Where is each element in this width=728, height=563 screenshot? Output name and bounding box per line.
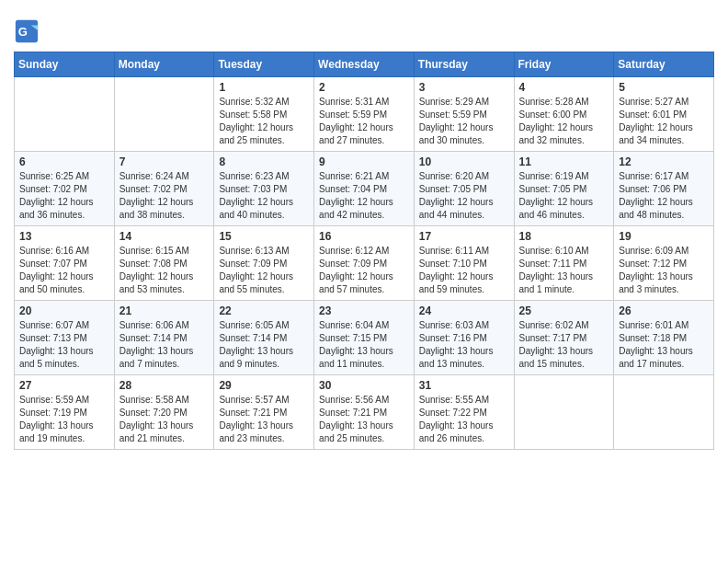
calendar-cell: 6Sunrise: 6:25 AMSunset: 7:02 PMDaylight… — [15, 152, 115, 226]
day-number: 5 — [619, 81, 709, 94]
day-number: 2 — [319, 81, 409, 94]
day-number: 22 — [219, 304, 309, 317]
calendar-cell: 25Sunrise: 6:02 AMSunset: 7:17 PMDayligh… — [514, 301, 614, 375]
day-info: Sunrise: 6:25 AMSunset: 7:02 PMDaylight:… — [19, 170, 109, 222]
day-number: 19 — [619, 230, 709, 243]
calendar-week-5: 27Sunrise: 5:59 AMSunset: 7:19 PMDayligh… — [15, 375, 714, 450]
day-number: 14 — [119, 230, 210, 243]
calendar-cell: 29Sunrise: 5:57 AMSunset: 7:21 PMDayligh… — [214, 375, 314, 450]
day-number: 23 — [319, 304, 409, 317]
day-number: 18 — [519, 230, 609, 243]
calendar-cell: 27Sunrise: 5:59 AMSunset: 7:19 PMDayligh… — [15, 375, 115, 450]
column-header-sunday: Sunday — [15, 52, 115, 77]
calendar-cell: 7Sunrise: 6:24 AMSunset: 7:02 PMDaylight… — [114, 152, 214, 226]
day-number: 28 — [119, 379, 210, 392]
day-number: 1 — [219, 81, 309, 94]
day-info: Sunrise: 6:13 AMSunset: 7:09 PMDaylight:… — [219, 245, 309, 296]
calendar-cell: 5Sunrise: 5:27 AMSunset: 6:01 PMDaylight… — [614, 77, 714, 152]
day-number: 7 — [119, 155, 210, 168]
day-info: Sunrise: 6:19 AMSunset: 7:05 PMDaylight:… — [519, 170, 609, 222]
calendar-cell: 19Sunrise: 6:09 AMSunset: 7:12 PMDayligh… — [614, 226, 714, 301]
day-number: 16 — [319, 230, 409, 243]
calendar-cell: 8Sunrise: 6:23 AMSunset: 7:03 PMDaylight… — [214, 152, 314, 226]
calendar-cell: 18Sunrise: 6:10 AMSunset: 7:11 PMDayligh… — [514, 226, 614, 301]
calendar-week-1: 1Sunrise: 5:32 AMSunset: 5:58 PMDaylight… — [15, 77, 714, 152]
calendar-cell: 20Sunrise: 6:07 AMSunset: 7:13 PMDayligh… — [15, 301, 115, 375]
svg-text:G: G — [18, 25, 28, 39]
logo: G — [14, 18, 43, 44]
day-number: 10 — [419, 155, 509, 168]
day-number: 27 — [19, 379, 109, 392]
calendar-cell: 9Sunrise: 6:21 AMSunset: 7:04 PMDaylight… — [314, 152, 415, 226]
day-number: 13 — [19, 230, 109, 243]
calendar-cell: 31Sunrise: 5:55 AMSunset: 7:22 PMDayligh… — [414, 375, 514, 450]
day-number: 21 — [119, 304, 210, 317]
calendar-cell: 1Sunrise: 5:32 AMSunset: 5:58 PMDaylight… — [214, 77, 314, 152]
day-number: 8 — [219, 155, 309, 168]
day-number: 9 — [319, 155, 409, 168]
day-info: Sunrise: 6:05 AMSunset: 7:14 PMDaylight:… — [219, 319, 309, 371]
day-number: 30 — [319, 379, 409, 392]
day-number: 15 — [219, 230, 309, 243]
calendar-week-4: 20Sunrise: 6:07 AMSunset: 7:13 PMDayligh… — [15, 301, 714, 375]
day-info: Sunrise: 6:17 AMSunset: 7:06 PMDaylight:… — [619, 170, 709, 222]
day-info: Sunrise: 6:11 AMSunset: 7:10 PMDaylight:… — [419, 245, 509, 296]
day-number: 11 — [519, 155, 609, 168]
calendar-cell — [614, 375, 714, 450]
day-info: Sunrise: 6:04 AMSunset: 7:15 PMDaylight:… — [319, 319, 409, 371]
day-number: 25 — [519, 304, 609, 317]
day-info: Sunrise: 5:58 AMSunset: 7:20 PMDaylight:… — [119, 394, 210, 445]
calendar-cell: 23Sunrise: 6:04 AMSunset: 7:15 PMDayligh… — [314, 301, 415, 375]
day-info: Sunrise: 5:31 AMSunset: 5:59 PMDaylight:… — [319, 96, 409, 147]
day-info: Sunrise: 5:59 AMSunset: 7:19 PMDaylight:… — [19, 394, 109, 445]
calendar-cell: 11Sunrise: 6:19 AMSunset: 7:05 PMDayligh… — [514, 152, 614, 226]
day-info: Sunrise: 5:56 AMSunset: 7:21 PMDaylight:… — [319, 394, 409, 445]
day-info: Sunrise: 6:09 AMSunset: 7:12 PMDaylight:… — [619, 245, 709, 296]
calendar-cell — [15, 77, 115, 152]
day-info: Sunrise: 5:28 AMSunset: 6:00 PMDaylight:… — [519, 96, 609, 147]
day-info: Sunrise: 6:16 AMSunset: 7:07 PMDaylight:… — [19, 245, 109, 296]
day-number: 31 — [419, 379, 509, 392]
day-number: 17 — [419, 230, 509, 243]
calendar-cell — [514, 375, 614, 450]
day-info: Sunrise: 6:12 AMSunset: 7:09 PMDaylight:… — [319, 245, 409, 296]
day-info: Sunrise: 5:55 AMSunset: 7:22 PMDaylight:… — [419, 394, 509, 445]
day-info: Sunrise: 6:21 AMSunset: 7:04 PMDaylight:… — [319, 170, 409, 222]
column-header-friday: Friday — [514, 52, 614, 77]
day-info: Sunrise: 6:01 AMSunset: 7:18 PMDaylight:… — [619, 319, 709, 371]
day-info: Sunrise: 6:06 AMSunset: 7:14 PMDaylight:… — [119, 319, 210, 371]
day-info: Sunrise: 6:02 AMSunset: 7:17 PMDaylight:… — [519, 319, 609, 371]
day-info: Sunrise: 6:10 AMSunset: 7:11 PMDaylight:… — [519, 245, 609, 296]
calendar-week-2: 6Sunrise: 6:25 AMSunset: 7:02 PMDaylight… — [15, 152, 714, 226]
day-info: Sunrise: 6:15 AMSunset: 7:08 PMDaylight:… — [119, 245, 210, 296]
day-info: Sunrise: 6:24 AMSunset: 7:02 PMDaylight:… — [119, 170, 210, 222]
column-header-tuesday: Tuesday — [214, 52, 314, 77]
calendar-cell: 2Sunrise: 5:31 AMSunset: 5:59 PMDaylight… — [314, 77, 415, 152]
day-info: Sunrise: 6:07 AMSunset: 7:13 PMDaylight:… — [19, 319, 109, 371]
day-number: 24 — [419, 304, 509, 317]
day-number: 6 — [19, 155, 109, 168]
calendar-cell: 15Sunrise: 6:13 AMSunset: 7:09 PMDayligh… — [214, 226, 314, 301]
calendar-cell: 28Sunrise: 5:58 AMSunset: 7:20 PMDayligh… — [114, 375, 214, 450]
day-info: Sunrise: 6:03 AMSunset: 7:16 PMDaylight:… — [419, 319, 509, 371]
calendar-cell: 10Sunrise: 6:20 AMSunset: 7:05 PMDayligh… — [414, 152, 514, 226]
day-info: Sunrise: 5:32 AMSunset: 5:58 PMDaylight:… — [219, 96, 309, 147]
calendar-cell: 22Sunrise: 6:05 AMSunset: 7:14 PMDayligh… — [214, 301, 314, 375]
calendar-cell: 17Sunrise: 6:11 AMSunset: 7:10 PMDayligh… — [414, 226, 514, 301]
calendar-cell: 16Sunrise: 6:12 AMSunset: 7:09 PMDayligh… — [314, 226, 415, 301]
day-info: Sunrise: 5:27 AMSunset: 6:01 PMDaylight:… — [619, 96, 709, 147]
day-number: 29 — [219, 379, 309, 392]
day-info: Sunrise: 6:23 AMSunset: 7:03 PMDaylight:… — [219, 170, 309, 222]
calendar-cell: 30Sunrise: 5:56 AMSunset: 7:21 PMDayligh… — [314, 375, 415, 450]
calendar-week-3: 13Sunrise: 6:16 AMSunset: 7:07 PMDayligh… — [15, 226, 714, 301]
calendar-cell — [114, 77, 214, 152]
calendar-cell: 13Sunrise: 6:16 AMSunset: 7:07 PMDayligh… — [15, 226, 115, 301]
day-number: 20 — [19, 304, 109, 317]
calendar-cell: 3Sunrise: 5:29 AMSunset: 5:59 PMDaylight… — [414, 77, 514, 152]
calendar-cell: 21Sunrise: 6:06 AMSunset: 7:14 PMDayligh… — [114, 301, 214, 375]
day-number: 3 — [419, 81, 509, 94]
column-header-monday: Monday — [114, 52, 214, 77]
calendar-cell: 24Sunrise: 6:03 AMSunset: 7:16 PMDayligh… — [414, 301, 514, 375]
calendar-cell: 12Sunrise: 6:17 AMSunset: 7:06 PMDayligh… — [614, 152, 714, 226]
day-number: 4 — [519, 81, 609, 94]
